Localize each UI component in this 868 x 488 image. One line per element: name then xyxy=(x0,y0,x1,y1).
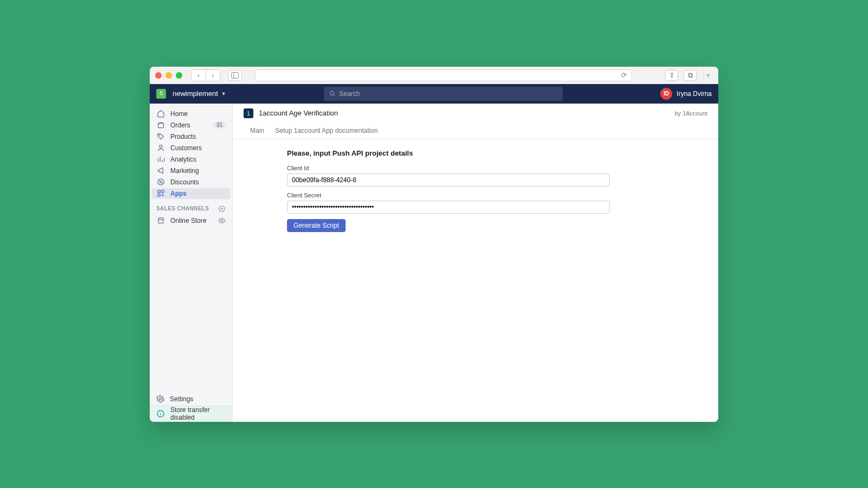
svg-line-3 xyxy=(334,94,335,96)
sidebar-item-label: Products xyxy=(170,133,196,140)
info-icon xyxy=(156,409,165,418)
store-switcher[interactable]: newimplement ▼ xyxy=(173,89,226,98)
client-secret-block: Client Secret xyxy=(287,192,664,214)
disabled-label: Store transfer disabled xyxy=(170,406,226,421)
svg-rect-12 xyxy=(157,194,159,196)
maximize-window-icon[interactable] xyxy=(176,72,182,79)
svg-point-8 xyxy=(159,181,160,181)
sidebar-item-label: Home xyxy=(170,110,188,118)
urlbar-wrap: ⟳ xyxy=(255,69,652,81)
nav-buttons: ‹ › xyxy=(191,69,220,81)
app-title: 1account Age Verification xyxy=(259,109,338,117)
forward-button[interactable]: › xyxy=(206,70,220,81)
app-by-label: by 1Account xyxy=(674,110,707,117)
apps-icon xyxy=(156,189,165,198)
analytics-icon xyxy=(156,155,165,164)
store-name-label: newimplement xyxy=(173,89,218,98)
client-id-input[interactable] xyxy=(287,174,610,187)
content: Please, input Push API project details C… xyxy=(233,139,718,242)
store-transfer-disabled-banner[interactable]: Store transfer disabled xyxy=(150,406,232,422)
add-channel-icon[interactable] xyxy=(218,205,226,213)
sidebar-item-label: Discounts xyxy=(170,178,199,186)
tab-setup[interactable]: Setup 1account App documentation xyxy=(275,127,378,134)
minimize-window-icon[interactable] xyxy=(165,72,172,79)
orders-badge: 31 xyxy=(213,121,226,129)
sidebar-toggle-icon[interactable] xyxy=(228,70,242,81)
svg-point-16 xyxy=(159,398,162,400)
page-heading: Please, input Push API project details xyxy=(287,149,664,157)
search-input[interactable]: Search xyxy=(324,87,563,101)
tabs-icon[interactable]: ⧉ xyxy=(684,70,697,81)
sidebar-bottom: Settings Store transfer disabled xyxy=(150,393,232,422)
home-icon xyxy=(156,110,165,118)
refresh-icon[interactable]: ⟳ xyxy=(621,71,627,79)
sidebar-item-label: Analytics xyxy=(170,156,196,163)
svg-rect-0 xyxy=(232,72,239,78)
sidebar-item-products[interactable]: Products xyxy=(150,131,232,142)
sidebar-item-analytics[interactable]: Analytics xyxy=(150,154,232,165)
svg-rect-10 xyxy=(157,190,159,192)
svg-point-6 xyxy=(159,145,162,148)
search-icon xyxy=(329,91,336,97)
sidebar-item-discounts[interactable]: Discounts xyxy=(150,177,232,188)
sidebar-item-label: Orders xyxy=(170,121,190,129)
megaphone-icon xyxy=(156,166,165,175)
browser-titlebar: ‹ › ⟳ ⇪ ⧉ + xyxy=(150,67,718,84)
avatar: ID xyxy=(660,88,672,100)
caret-down-icon: ▼ xyxy=(221,91,226,97)
browser-window: ‹ › ⟳ ⇪ ⧉ + newimplement ▼ Search xyxy=(150,67,718,422)
new-tab-button[interactable]: + xyxy=(703,68,713,82)
titlebar-right-icons: ⇪ ⧉ + xyxy=(665,68,713,82)
url-input[interactable]: ⟳ xyxy=(255,69,632,81)
sidebar-item-orders[interactable]: Orders 31 xyxy=(150,120,232,131)
svg-point-9 xyxy=(161,183,162,183)
user-menu[interactable]: ID Iryna Dvirna xyxy=(660,88,712,100)
settings-label: Settings xyxy=(170,395,193,403)
person-icon xyxy=(156,144,165,152)
sidebar-item-online-store[interactable]: Online Store xyxy=(150,215,232,226)
orders-icon xyxy=(156,121,165,130)
tab-main[interactable]: Main xyxy=(250,127,264,134)
search-placeholder: Search xyxy=(339,90,360,98)
sidebar-item-label: Apps xyxy=(170,190,187,197)
svg-rect-11 xyxy=(161,190,163,192)
sidebar-item-settings[interactable]: Settings xyxy=(150,393,232,406)
shopify-logo-icon xyxy=(156,89,166,99)
svg-point-5 xyxy=(158,134,159,135)
app-header: 1 1account Age Verification by 1Account xyxy=(233,104,718,123)
sidebar-item-marketing[interactable]: Marketing xyxy=(150,165,232,176)
sidebar-item-home[interactable]: Home xyxy=(150,108,232,119)
svg-point-2 xyxy=(330,91,334,95)
share-icon[interactable]: ⇪ xyxy=(665,70,678,81)
discount-icon xyxy=(156,178,165,187)
store-icon xyxy=(156,216,165,225)
sidebar-item-customers[interactable]: Customers xyxy=(150,143,232,153)
sidebar-item-label: Marketing xyxy=(170,167,199,175)
gear-icon xyxy=(156,395,164,403)
sales-channels-label: SALES CHANNELS xyxy=(150,200,232,215)
client-secret-input[interactable] xyxy=(287,201,610,214)
client-id-block: Client Id xyxy=(287,165,664,187)
client-secret-label: Client Secret xyxy=(287,192,664,198)
main: 1 1account Age Verification by 1Account … xyxy=(233,104,718,422)
sidebar-item-label: Customers xyxy=(170,144,202,152)
generate-script-button[interactable]: Generate Script xyxy=(287,219,346,232)
app-topbar: newimplement ▼ Search ID Iryna Dvirna xyxy=(150,84,718,104)
traffic-lights xyxy=(155,72,182,79)
tag-icon xyxy=(156,132,165,141)
sidebar-item-label: Online Store xyxy=(170,217,207,224)
close-window-icon[interactable] xyxy=(155,72,162,79)
sidebar: Home Orders 31 Products Customers xyxy=(150,104,233,422)
eye-icon[interactable] xyxy=(218,217,226,224)
app-body: Home Orders 31 Products Customers xyxy=(150,104,718,422)
client-id-label: Client Id xyxy=(287,165,664,171)
user-name-label: Iryna Dvirna xyxy=(676,90,712,98)
nav: Home Orders 31 Products Customers xyxy=(150,104,232,227)
svg-point-15 xyxy=(221,220,223,222)
back-button[interactable]: ‹ xyxy=(192,70,206,81)
sidebar-item-apps[interactable]: Apps xyxy=(152,188,230,199)
app-logo-icon: 1 xyxy=(244,108,253,118)
section-label-text: SALES CHANNELS xyxy=(156,206,209,211)
app-tabs: Main Setup 1account App documentation xyxy=(233,123,718,139)
svg-rect-14 xyxy=(158,220,163,223)
